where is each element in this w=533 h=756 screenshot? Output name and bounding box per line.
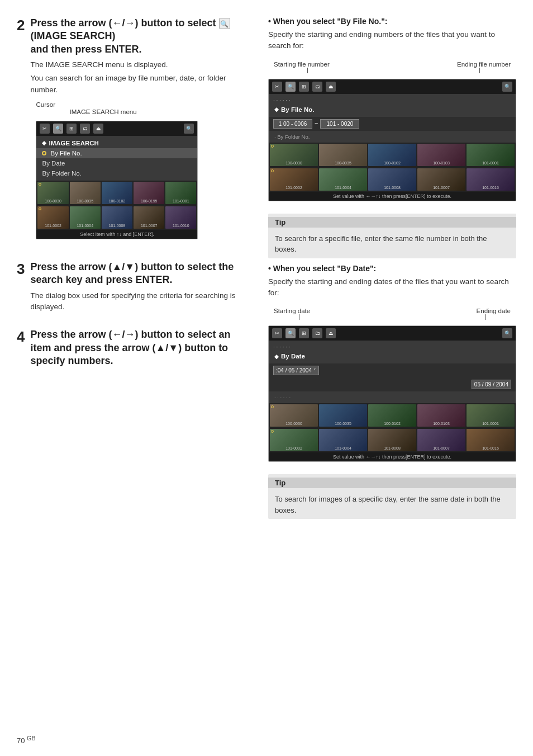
step-4-number: 4 bbox=[17, 329, 25, 344]
fn-thumb-2: 100-0035 bbox=[319, 144, 367, 166]
step-2-content: Press the arrow (←/→) button to select 🔍… bbox=[30, 17, 251, 245]
ui-menu: ◆ IMAGE SEARCH By File No. By Date bbox=[36, 136, 197, 181]
date-body: Specify the starting and ending dates of… bbox=[268, 276, 516, 299]
dt-thumb-4: 100-0103 bbox=[417, 404, 465, 427]
fn-thumb-5: 101-0001 bbox=[467, 144, 515, 166]
fn-thumb-3: 100-0102 bbox=[368, 144, 416, 166]
dt-icon-2: ⊞ bbox=[299, 328, 309, 338]
dt-thumb-3: 100-0102 bbox=[368, 404, 416, 427]
fn-thumb-6: 101-0002 bbox=[270, 168, 318, 191]
ui-icon-1: ✂ bbox=[40, 124, 50, 134]
end-file-label: Ending file number bbox=[457, 61, 511, 68]
fn-top-bar: ✂ 🔍 ⊞ 🗂 ⏏ 🔍 bbox=[269, 79, 516, 94]
tip-2: Tip To search for images of a specific d… bbox=[268, 474, 516, 519]
arrow-sym-lr: ←/→ bbox=[112, 17, 135, 29]
step-2-body-1: The IMAGE SEARCH menu is displayed. bbox=[30, 59, 251, 70]
step-3-body: The dialog box used for specifying the c… bbox=[30, 290, 251, 313]
step-4-content: Press the arrow (←/→) button to select a… bbox=[30, 328, 251, 371]
date-screen: ✂ 🔍 ⊞ 🗂 ⏏ 🔍 · · · · · · ◆ By Date bbox=[268, 325, 516, 462]
fn-thumb-7: 101-0004 bbox=[319, 168, 367, 191]
thumb-8: 101-0008 bbox=[102, 206, 132, 229]
file-no-body: Specify the starting and ending numbers … bbox=[268, 29, 516, 52]
dt-thumb-row-1: 100-0030 100-0035 100-0102 100-0103 101-… bbox=[269, 403, 516, 428]
thumb-5: 101-0001 bbox=[165, 182, 196, 204]
fn-menu-by-folder: · By Folder No. bbox=[269, 132, 516, 141]
cursor-label: Cursor bbox=[36, 101, 251, 108]
thumb-dot bbox=[39, 183, 41, 186]
fn-menu-2: · By Folder No. bbox=[269, 131, 516, 143]
fn-icon-5: 🔍 bbox=[502, 82, 512, 92]
ui-icon-4: ⏏ bbox=[93, 124, 103, 134]
dt-input-row: :04 / 05 / 2004 ˅ bbox=[269, 363, 516, 377]
dt-thumb-1: 100-0030 bbox=[270, 404, 318, 427]
fn-tilde: ~ bbox=[315, 120, 318, 127]
tip-1-label: Tip bbox=[268, 217, 516, 228]
dt-thumb-5: 101-0001 bbox=[467, 404, 515, 427]
dt-icon-search: 🔍 bbox=[285, 328, 296, 338]
dt-input-start[interactable]: :04 / 05 / 2004 ˅ bbox=[273, 366, 319, 375]
dt-menu-folder: · · · · · · bbox=[269, 393, 516, 402]
file-no-title: • When you select "By File No.": bbox=[268, 17, 516, 26]
menu-item-folder: By Folder No. bbox=[36, 168, 197, 178]
dt-menu-2: · · · · · · bbox=[269, 391, 516, 403]
cursor-dot-icon bbox=[42, 151, 46, 155]
fn-input-start[interactable]: 1 00 - 0006 bbox=[273, 119, 312, 129]
dt-thumb-2: 100-0035 bbox=[319, 404, 367, 427]
screen-bottom-label: Select item with ↑↓ and [ENTER]. bbox=[36, 230, 197, 239]
tip-2-text: To search for images of a specific day, … bbox=[275, 494, 510, 516]
step-2-annotation: Cursor IMAGE SEARCH menu ✂ 🔍 ⊞ 🗂 bbox=[36, 101, 251, 239]
dt-thumb-8: 101-0008 bbox=[368, 429, 416, 451]
date-title: • When you select "By Date": bbox=[268, 264, 516, 273]
dt-thumb-9: 101-0007 bbox=[417, 429, 465, 451]
image-search-icon: 🔍 bbox=[219, 18, 230, 29]
fn-diamond: ◆ bbox=[274, 106, 279, 112]
start-file-label: Starting file number bbox=[274, 61, 330, 68]
end-date-line bbox=[485, 314, 486, 320]
step-3-number: 3 bbox=[17, 262, 25, 276]
step-2-body-2: You can search for an image by file numb… bbox=[30, 73, 251, 96]
dt-icon-3: 🗂 bbox=[312, 328, 322, 338]
step-2-number: 2 bbox=[17, 18, 25, 32]
dt-input-end[interactable]: 05 / 09 / 2004 bbox=[472, 380, 511, 389]
thumb-row-1: 100-0030 100-0035 100-0102 100-0195 101-… bbox=[36, 181, 197, 205]
tip-1: Tip To search for a specific file, enter… bbox=[268, 214, 516, 258]
dt-thumb-10: 101-0016 bbox=[467, 429, 515, 451]
file-no-annotation-area: Starting file number Ending file number bbox=[268, 56, 516, 73]
fn-thumb-9: 101-0007 bbox=[417, 168, 465, 191]
dt-menu: · · · · · · ◆ By Date bbox=[269, 341, 516, 363]
dt-bottom-bar: Set value with ←→↑↓ then press[ENTER] to… bbox=[269, 452, 516, 461]
dt-menu-header: ◆ By Date bbox=[269, 351, 516, 361]
fn-thumb-8: 101-0008 bbox=[368, 168, 416, 191]
thumb-1: 100-0030 bbox=[37, 182, 68, 204]
dt-diamond: ◆ bbox=[274, 353, 279, 360]
step-3-title: Press the arrow (▲/▼) button to select t… bbox=[30, 261, 251, 287]
start-date-line bbox=[299, 314, 299, 320]
menu-header: ◆ IMAGE SEARCH bbox=[36, 138, 197, 148]
menu-item-date: By Date bbox=[36, 158, 197, 168]
fn-menu-blur: · · · · · · bbox=[269, 96, 516, 105]
start-date-label: Starting date bbox=[274, 308, 310, 314]
section-file-no: • When you select "By File No.": Specify… bbox=[268, 17, 516, 201]
fn-thumb-10: 101-0016 bbox=[467, 168, 515, 191]
dt-menu-blur: · · · · · · bbox=[269, 343, 516, 351]
left-column: 2 Press the arrow (←/→) button to select… bbox=[17, 17, 251, 525]
fn-thumb-row-1: 100-0030 100-0035 100-0102 100-0103 101-… bbox=[269, 143, 516, 167]
step-2-title: Press the arrow (←/→) button to select 🔍… bbox=[30, 17, 251, 56]
fn-icon-search: 🔍 bbox=[285, 82, 296, 92]
fn-icon-2: ⊞ bbox=[299, 82, 309, 92]
thumb-dot-2 bbox=[39, 207, 41, 210]
dt-thumb-row-2: 101-0002 101-0004 101-0008 101-0007 101-… bbox=[269, 428, 516, 452]
tip-1-text: To search for a specific file, enter the… bbox=[275, 233, 510, 255]
section-by-date: • When you select "By Date": Specify the… bbox=[268, 264, 516, 462]
fn-input-end[interactable]: 101 - 0020 bbox=[320, 119, 359, 129]
file-no-screen: ✂ 🔍 ⊞ 🗂 ⏏ 🔍 · · · · · · ◆ By File No. bbox=[268, 79, 516, 201]
step-3: 3 Press the arrow (▲/▼) button to select… bbox=[17, 261, 251, 313]
fn-thumb-1: 100-0030 bbox=[270, 144, 318, 166]
dt-top-bar: ✂ 🔍 ⊞ 🗂 ⏏ 🔍 bbox=[269, 326, 516, 341]
end-date-label: Ending date bbox=[477, 308, 511, 314]
fn-bottom-bar: Set value with ←→↑↓ then press[ENTER] to… bbox=[269, 192, 516, 201]
dt-thumb-7: 101-0004 bbox=[319, 429, 367, 451]
fn-menu: · · · · · · ◆ By File No. bbox=[269, 94, 516, 117]
thumb-3: 100-0102 bbox=[102, 182, 132, 204]
thumb-9: 101-0007 bbox=[134, 206, 164, 229]
